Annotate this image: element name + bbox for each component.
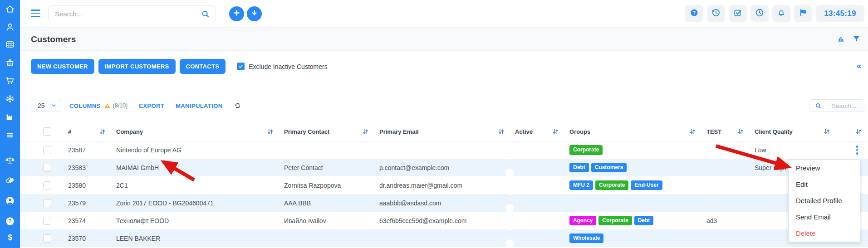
row-checkbox[interactable] bbox=[43, 146, 51, 154]
row-checkbox[interactable] bbox=[43, 199, 51, 207]
table-search bbox=[809, 99, 864, 112]
sort-icon bbox=[267, 129, 273, 135]
sidebar-item-production[interactable] bbox=[0, 110, 20, 126]
group-badge: Corporate bbox=[569, 145, 603, 155]
row-actions-kebab-icon[interactable] bbox=[847, 146, 867, 155]
sidebar-item-help[interactable]: ? bbox=[0, 214, 20, 230]
add-button[interactable] bbox=[229, 6, 244, 21]
clock-button[interactable] bbox=[750, 5, 769, 22]
clock-icon bbox=[755, 8, 764, 19]
sidebar-item-snowflake[interactable] bbox=[0, 92, 20, 107]
column-header-active[interactable]: Active bbox=[510, 122, 565, 141]
table-row[interactable]: 23574 Технолифт EOOD Ивайло Ivailov 63ef… bbox=[20, 212, 868, 229]
column-header-primary-email[interactable]: Primary Email bbox=[375, 122, 510, 141]
cell-email: 63ef6b5ccc59d@example.com bbox=[375, 212, 510, 229]
flag-icon bbox=[799, 8, 808, 19]
sort-icon bbox=[690, 129, 696, 135]
sidebar-item-cart[interactable] bbox=[0, 74, 20, 89]
column-header-groups[interactable]: Groups bbox=[565, 122, 702, 141]
filter-icon[interactable] bbox=[852, 34, 861, 45]
page-size-value: 25 bbox=[38, 102, 45, 109]
page-header: Customers bbox=[20, 28, 868, 51]
sidebar-item-basket[interactable] bbox=[0, 56, 20, 71]
cell-id: 23580 bbox=[64, 176, 112, 194]
column-header-actions[interactable] bbox=[836, 122, 868, 141]
group-badge: MFU 2 bbox=[569, 180, 593, 190]
flag-button[interactable] bbox=[794, 5, 812, 22]
sidebar-item-home[interactable] bbox=[0, 2, 20, 18]
select-all-checkbox[interactable] bbox=[43, 127, 51, 136]
collapse-panel-icon[interactable]: « bbox=[856, 61, 861, 70]
group-badge: Customers bbox=[591, 163, 627, 173]
group-badge: Agency bbox=[569, 216, 596, 226]
row-checkbox[interactable] bbox=[43, 234, 51, 243]
cell-contact bbox=[280, 229, 375, 247]
row-checkbox[interactable] bbox=[43, 217, 51, 225]
table-row[interactable]: 23579 Zorin 2017 EOOD - BG204600471 AAA … bbox=[20, 194, 868, 212]
bar-chart-icon[interactable] bbox=[837, 34, 845, 45]
hamburger-menu-icon[interactable] bbox=[31, 10, 40, 19]
cell-test bbox=[702, 141, 750, 159]
export-link[interactable]: EXPORT bbox=[139, 102, 164, 109]
cell-test bbox=[702, 229, 750, 247]
clock-time: 13:45:19 bbox=[816, 5, 864, 22]
cart-icon bbox=[5, 76, 15, 88]
column-header-id[interactable]: # bbox=[64, 122, 112, 141]
column-header-test[interactable]: TEST bbox=[702, 122, 750, 141]
contacts-button[interactable]: CONTACTS bbox=[180, 59, 226, 74]
history-button[interactable] bbox=[707, 5, 725, 22]
exclude-inactive-checkbox[interactable]: Exclude Inactive Customers bbox=[237, 63, 328, 70]
question-circle-icon: ? bbox=[5, 216, 15, 228]
snowflake-icon bbox=[5, 94, 15, 106]
cell-company: Технолифт EOOD bbox=[112, 212, 280, 229]
sidebar-item-profile[interactable] bbox=[0, 194, 20, 209]
menu-item-send-email[interactable]: Send Email bbox=[789, 209, 860, 225]
sort-icon bbox=[498, 129, 504, 135]
download-button[interactable] bbox=[247, 6, 262, 21]
group-badge: Corporate bbox=[595, 180, 628, 190]
table-row[interactable]: 23583 MAIMAI GmbH Peter Contact p.contac… bbox=[20, 159, 868, 176]
columns-count: (8/10) bbox=[113, 102, 128, 109]
sidebar-item-lists[interactable] bbox=[0, 128, 20, 144]
sidebar-item-tags[interactable] bbox=[0, 174, 20, 189]
table-row[interactable]: 23587 Nintendo of Europe AG Corporate Lo… bbox=[20, 141, 868, 159]
new-customer-button[interactable]: NEW CUSTOMER bbox=[31, 59, 94, 74]
search-icon[interactable] bbox=[201, 10, 210, 19]
sidebar-item-tables[interactable] bbox=[0, 38, 20, 53]
sidebar-item-finance[interactable]: $ bbox=[0, 230, 20, 246]
cell-company: Zorin 2017 EOOD - BG204600471 bbox=[112, 194, 280, 212]
manipulation-link[interactable]: MANIPULATION bbox=[176, 102, 223, 109]
column-header-company[interactable]: Company bbox=[112, 122, 280, 141]
group-badge: Debt bbox=[634, 216, 654, 226]
refresh-icon[interactable] bbox=[234, 102, 241, 109]
group-badge: Debt bbox=[569, 163, 589, 173]
sidebar-item-contacts[interactable] bbox=[0, 20, 20, 36]
row-checkbox[interactable] bbox=[43, 181, 51, 190]
column-header-primary-contact[interactable]: Primary Contact bbox=[280, 122, 375, 141]
menu-item-edit[interactable]: Edit bbox=[789, 176, 860, 193]
row-checkbox[interactable] bbox=[43, 164, 51, 172]
page-size-select[interactable]: 25 bbox=[31, 99, 61, 112]
column-header-client-quality[interactable]: Client Quality bbox=[750, 122, 836, 141]
menu-item-preview[interactable]: Preview bbox=[789, 160, 860, 176]
cell-test: ad3 bbox=[702, 212, 750, 229]
columns-link[interactable]: COLUMNS bbox=[69, 102, 101, 109]
table-row[interactable]: 23570 LEEN BAKKER Wholesale bbox=[20, 229, 868, 247]
cell-id: 23570 bbox=[64, 229, 112, 247]
group-badge: End-User bbox=[631, 180, 662, 190]
topbar: ? 13:45:19 bbox=[20, 0, 868, 28]
table-row[interactable]: 23580 2C1 Zornitsa Razpopova dr.andreas.… bbox=[20, 176, 868, 194]
table-search-input[interactable] bbox=[827, 100, 864, 112]
help-button[interactable]: ? bbox=[685, 5, 703, 22]
sidebar-item-legal[interactable] bbox=[0, 153, 20, 169]
sort-icon bbox=[363, 129, 368, 135]
user-icon bbox=[5, 22, 15, 34]
global-search-input[interactable] bbox=[49, 6, 216, 22]
menu-item-detailed-profile[interactable]: Detailed Profile bbox=[789, 193, 860, 209]
table-search-icon[interactable] bbox=[809, 100, 827, 112]
import-customers-button[interactable]: IMPORT CUSTOMERS bbox=[98, 59, 176, 74]
menu-item-delete[interactable]: Delete bbox=[789, 225, 860, 242]
balance-scale-icon bbox=[5, 155, 15, 167]
tasks-button[interactable] bbox=[729, 5, 747, 22]
notifications-button[interactable] bbox=[772, 5, 790, 22]
